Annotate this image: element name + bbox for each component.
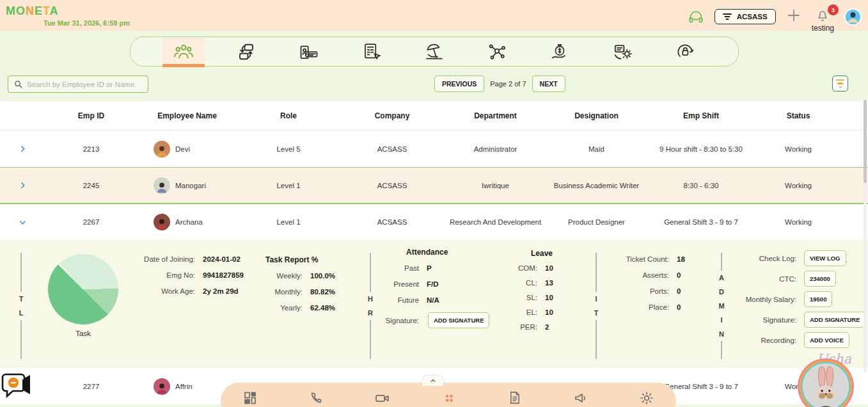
filter-funnel-icon[interactable] xyxy=(832,76,848,92)
cell-employee-name: Devi xyxy=(175,145,190,153)
divider-letter: A xyxy=(719,274,724,282)
table-row[interactable]: 2245 Manogari Level 1 ACSASS Iwritique B… xyxy=(0,167,868,204)
leave-section: Leave COM:10 CL:13 SL:10 EL:10 PER:2 xyxy=(498,248,587,368)
dashboard-icon[interactable] xyxy=(242,390,258,406)
col-role: Role xyxy=(237,111,340,120)
documents-icon[interactable] xyxy=(507,390,522,405)
monthly-salary-button[interactable]: 19500 xyxy=(804,291,832,307)
employee-avatar xyxy=(154,177,170,194)
ctc-value-button[interactable]: 234000 xyxy=(804,271,836,287)
col-emp-id: Emp ID xyxy=(45,111,138,120)
filter-icon xyxy=(723,13,732,20)
apps-dots-icon[interactable] xyxy=(441,390,457,406)
previous-page-button[interactable]: PREVIOUS xyxy=(434,76,484,92)
leave-label: EL: xyxy=(498,308,537,316)
col-employee-name: Employee Name xyxy=(138,111,237,120)
employee-detail-panel: T L Task Date of Joining:2024-01-02 Emg … xyxy=(0,240,868,368)
nav-security[interactable] xyxy=(664,37,706,66)
notifications-bell[interactable]: 3 testing xyxy=(812,8,834,33)
divider-letter: L xyxy=(19,309,24,317)
cell-status: Working xyxy=(756,182,840,189)
table-header-row: Emp ID Employee Name Role Company Depart… xyxy=(0,101,868,131)
attendance-section: Attendance PastP PresentF/D FutureN/A Si… xyxy=(379,248,498,368)
search-input[interactable] xyxy=(27,81,136,88)
org-select-button[interactable]: ACSASS xyxy=(714,9,776,24)
employee-avatar xyxy=(154,141,170,157)
video-call-icon[interactable] xyxy=(374,390,390,406)
employee-table: Emp ID Employee Name Role Company Depart… xyxy=(0,101,868,404)
nav-org-network[interactable] xyxy=(476,37,518,66)
divider-admin: A D M I N xyxy=(711,248,732,368)
col-emp-shift: Emp Shift xyxy=(646,111,756,120)
admin-label: Monthly Salary: xyxy=(732,296,796,303)
admin-label: Check Log: xyxy=(732,255,796,262)
logo-letter: M xyxy=(6,4,16,17)
task-value: 62.48% xyxy=(310,304,335,312)
nav-leave-holiday[interactable] xyxy=(413,37,455,66)
module-nav-bar xyxy=(130,36,739,67)
scrollbar-thumb[interactable] xyxy=(864,100,867,183)
divider-it: I T xyxy=(587,248,605,368)
cell-company: ACSASS xyxy=(340,218,444,226)
phone-icon[interactable] xyxy=(309,390,324,405)
employee-search[interactable] xyxy=(8,76,148,93)
moneta-logo: MONETA xyxy=(6,4,59,18)
collapse-chevron-icon[interactable] xyxy=(0,218,45,227)
nav-payout[interactable] xyxy=(539,37,581,66)
add-voice-button[interactable]: ADD VOICE xyxy=(804,332,849,348)
table-row[interactable]: 2213 Devi Level 5 ACSASS Administrator M… xyxy=(0,131,868,167)
announcement-icon[interactable] xyxy=(573,390,588,406)
next-page-button[interactable]: NEXT xyxy=(532,76,565,92)
cell-shift: 9 Hour shift - 8:30 to 5:30 xyxy=(646,145,756,153)
attendance-label: Future xyxy=(379,296,419,304)
nav-process-automation[interactable] xyxy=(601,37,643,66)
cell-employee-name: Manogari xyxy=(175,182,206,189)
table-row[interactable]: 2267 Archana Level 1 ACSASS Research And… xyxy=(0,204,868,240)
expand-chevron-icon[interactable] xyxy=(0,181,45,189)
cell-shift: General Shift 3 - 9 to 7 xyxy=(646,218,756,226)
mascot-avatar[interactable] xyxy=(799,360,853,407)
it-section: Ticket Count:18 Asserts:0 Ports:0 Place:… xyxy=(605,248,711,368)
divider-tl: T L xyxy=(10,248,32,368)
divider-letter: T xyxy=(594,309,599,317)
expand-chevron-icon[interactable] xyxy=(0,145,45,153)
task-pie-chart xyxy=(48,254,118,324)
nav-employees[interactable] xyxy=(162,37,205,66)
add-signature-button[interactable]: ADD SIGNATURE xyxy=(428,312,489,328)
divider-letter: H xyxy=(368,295,373,303)
it-value: 18 xyxy=(677,255,685,263)
support-headset-icon[interactable] xyxy=(688,9,704,26)
top-header: MONETA Tue Mar 31, 2026, 6:59 pm ACSASS … xyxy=(0,0,868,31)
cell-emp-id: 2277 xyxy=(45,383,138,390)
view-log-button[interactable]: VIEW LOG xyxy=(804,250,846,266)
nav-shift-swap[interactable] xyxy=(225,37,267,66)
communication-toolbar xyxy=(221,383,676,407)
info-value: 9941827859 xyxy=(203,271,244,279)
settings-gear-icon[interactable] xyxy=(639,390,654,406)
it-label: Asserts: xyxy=(605,271,669,279)
cell-designation: Product Designer xyxy=(547,218,646,226)
cell-emp-id: 2267 xyxy=(45,218,138,226)
add-signature-button[interactable]: ADD SIGNATURE xyxy=(804,312,865,328)
pagination: PREVIOUS Page 2 of 7 NEXT xyxy=(434,76,565,92)
logo-letter: T xyxy=(43,4,50,17)
info-value: 2024-01-02 xyxy=(203,255,241,263)
leave-value: 13 xyxy=(545,279,553,287)
task-value: 80.82% xyxy=(310,288,335,296)
leave-holiday-icon xyxy=(425,42,444,61)
logo-letter: O xyxy=(16,4,26,17)
info-label: Work Age: xyxy=(134,287,195,295)
collapse-toolbar-tab[interactable] xyxy=(422,376,443,386)
payout-money-icon xyxy=(550,42,569,61)
nav-payroll-calculator[interactable] xyxy=(351,37,393,66)
nav-id-card[interactable] xyxy=(288,37,330,66)
cell-employee-name: Archana xyxy=(175,218,203,226)
cell-company: ACSASS xyxy=(340,182,444,189)
task-label: Weekly: xyxy=(265,272,303,280)
divider-letter: R xyxy=(368,309,373,317)
leave-label: SL: xyxy=(498,294,537,301)
admin-label: Recording: xyxy=(732,337,796,344)
chevron-up-icon xyxy=(429,378,437,384)
profile-avatar[interactable] xyxy=(844,8,862,26)
plus-icon[interactable] xyxy=(786,8,801,23)
